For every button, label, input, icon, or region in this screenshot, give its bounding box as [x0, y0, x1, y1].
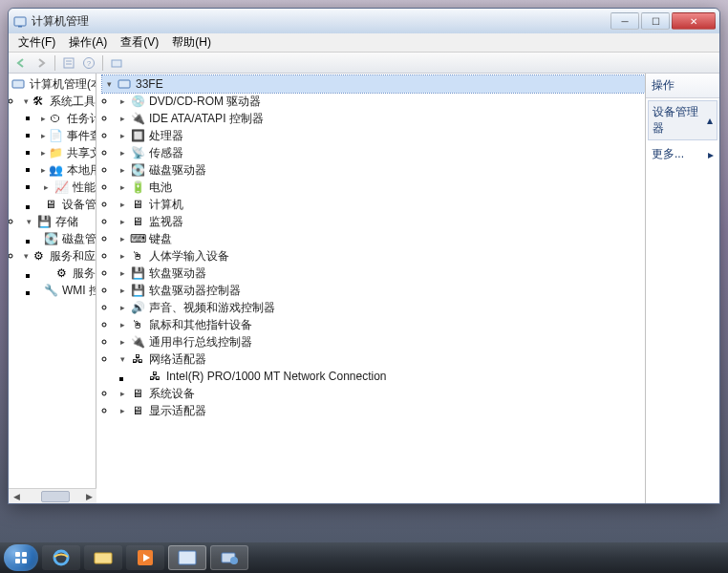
collapse-icon[interactable]: ▾ [24, 96, 29, 107]
device-display[interactable]: ▸🖥显示适配器 [116, 402, 645, 419]
tree-services[interactable]: ⚙服务 [39, 265, 96, 282]
device-label: 监视器 [147, 214, 183, 230]
titlebar[interactable]: 计算机管理 ─ ☐ ✕ [9, 9, 719, 33]
device-system[interactable]: ▸🖥系统设备 [116, 385, 645, 402]
tree-storage[interactable]: ▾ 💾 存储 [22, 213, 96, 230]
device-tree-pane[interactable]: ▾ 33FE ▸💿DVD/CD-ROM 驱动器 ▸🔌IDE ATA/ATAPI … [96, 74, 645, 503]
tree-services-apps[interactable]: ▾ ⚙ 服务和应用程 [22, 247, 96, 265]
scroll-right-icon[interactable]: ▶ [81, 490, 96, 503]
expand-icon[interactable]: ▸ [41, 131, 46, 141]
expand-icon[interactable]: ▸ [118, 251, 128, 262]
expand-icon[interactable]: ▸ [118, 96, 128, 107]
device-usb[interactable]: ▸🔌通用串行总线控制器 [116, 333, 645, 350]
expand-icon[interactable]: ▸ [118, 320, 128, 330]
taskbar-media-icon[interactable] [126, 545, 164, 570]
horizontal-scrollbar[interactable]: ◀ ▶ [9, 488, 96, 503]
properties-icon[interactable] [60, 54, 77, 72]
tree-local-users[interactable]: ▸👥本地用户和 [39, 161, 96, 179]
expand-icon[interactable]: ▸ [118, 148, 128, 159]
expand-icon[interactable]: ▸ [118, 303, 128, 313]
expand-icon[interactable]: ▸ [41, 165, 46, 176]
tree-event-viewer[interactable]: ▸📄事件查看器 [39, 127, 96, 144]
actions-section[interactable]: 设备管理器 ▴ [648, 100, 717, 140]
scroll-left-icon[interactable]: ◀ [9, 490, 24, 503]
device-battery[interactable]: ▸🔋电池 [116, 179, 645, 196]
tree-root-computer-mgmt[interactable]: 计算机管理(本 [9, 75, 96, 93]
device-disk-drives[interactable]: ▸💽磁盘驱动器 [116, 161, 645, 179]
expand-icon[interactable]: ▸ [118, 165, 128, 176]
device-label: DVD/CD-ROM 驱动器 [147, 94, 261, 110]
svg-point-10 [12, 549, 30, 566]
scan-hardware-icon[interactable] [108, 54, 125, 72]
device-mouse[interactable]: ▸🖱鼠标和其他指针设备 [116, 316, 645, 333]
expand-icon[interactable]: ▸ [41, 114, 46, 124]
taskbar[interactable] [0, 542, 728, 573]
tree-task-scheduler[interactable]: ▸⏲任务计划程 [39, 110, 96, 127]
device-hid[interactable]: ▸🖱人体学输入设备 [116, 247, 645, 265]
back-icon[interactable] [12, 54, 30, 72]
forward-icon[interactable] [32, 54, 50, 72]
expand-icon[interactable]: ▸ [118, 131, 128, 141]
maximize-button[interactable]: ☐ [641, 12, 670, 30]
tree-shared-folders[interactable]: ▸📁共享文件夹 [39, 144, 96, 161]
expand-icon[interactable]: ▸ [118, 406, 128, 416]
scroll-thumb[interactable] [41, 491, 70, 502]
keyboard-icon: ⌨ [130, 231, 145, 246]
menu-file[interactable]: 文件(F) [12, 32, 61, 53]
help-icon[interactable]: ? [80, 54, 97, 72]
collapse-icon[interactable]: ▾ [24, 217, 34, 227]
tree-performance[interactable]: ▸📈性能 [39, 179, 96, 196]
collapse-icon[interactable]: ▾ [104, 79, 115, 90]
expand-icon[interactable]: ▸ [118, 337, 128, 348]
expand-icon[interactable]: ▸ [118, 268, 128, 279]
minimize-button[interactable]: ─ [610, 12, 639, 30]
tree-wmi[interactable]: 🔧WMI 控件 [39, 282, 96, 299]
expand-icon[interactable]: ▸ [118, 182, 128, 193]
menu-help[interactable]: 帮助(H) [166, 32, 217, 53]
monitor-icon: 🖥 [130, 214, 145, 229]
storage-icon: 💾 [36, 214, 52, 229]
collapse-icon[interactable]: ▾ [24, 251, 29, 262]
device-root[interactable]: ▾ 33FE [102, 75, 645, 93]
device-floppy-controller[interactable]: ▸💾软盘驱动器控制器 [116, 282, 645, 299]
services-icon: ⚙ [31, 248, 46, 264]
menu-view[interactable]: 查看(V) [115, 32, 164, 53]
expand-icon[interactable]: ▸ [118, 234, 128, 244]
device-label: 软盘驱动器 [147, 265, 206, 282]
device-cpu[interactable]: ▸🔲处理器 [116, 127, 645, 144]
expand-icon[interactable]: ▸ [118, 389, 128, 399]
device-monitor[interactable]: ▸🖥监视器 [116, 213, 645, 230]
device-network-adapter[interactable]: 🖧Intel(R) PRO/1000 MT Network Connection [133, 368, 645, 385]
taskbar-app2-icon[interactable] [210, 545, 248, 570]
left-tree-pane[interactable]: 计算机管理(本 ▾ 🛠 系统工具 ▸⏲任务计划程 ▸📄事件查看器 [9, 74, 96, 503]
device-sensors[interactable]: ▸📡传感器 [116, 144, 645, 161]
clock-icon: ⏲ [48, 111, 63, 126]
device-floppy[interactable]: ▸💾软盘驱动器 [116, 265, 645, 282]
device-network[interactable]: ▾🖧网络适配器 [116, 350, 645, 368]
device-dvd[interactable]: ▸💿DVD/CD-ROM 驱动器 [116, 93, 645, 110]
device-sound[interactable]: ▸🔊声音、视频和游戏控制器 [116, 299, 645, 316]
expand-icon[interactable]: ▸ [118, 286, 128, 296]
expand-icon[interactable]: ▸ [118, 200, 128, 210]
device-computer[interactable]: ▸🖥计算机 [116, 196, 645, 213]
expand-icon[interactable]: ▸ [41, 148, 46, 159]
tree-device-manager[interactable]: 🖥设备管理器 [39, 196, 96, 213]
tree-system-tools[interactable]: ▾ 🛠 系统工具 [22, 93, 96, 110]
taskbar-app1-icon[interactable] [168, 545, 206, 570]
taskbar-ie-icon[interactable] [42, 545, 80, 570]
tree-label: 本地用户和 [65, 162, 96, 179]
start-button[interactable] [4, 544, 38, 571]
actions-more[interactable]: 更多... ▸ [646, 142, 719, 166]
expand-icon[interactable]: ▸ [118, 114, 128, 124]
computer-icon [117, 76, 132, 92]
device-ide[interactable]: ▸🔌IDE ATA/ATAPI 控制器 [116, 110, 645, 127]
expand-icon[interactable]: ▸ [41, 182, 52, 193]
device-keyboard[interactable]: ▸⌨键盘 [116, 230, 645, 247]
collapse-icon[interactable]: ▾ [118, 354, 128, 365]
toolbar: ? [9, 53, 719, 74]
expand-icon[interactable]: ▸ [118, 217, 128, 227]
taskbar-explorer-icon[interactable] [84, 545, 122, 570]
menu-action[interactable]: 操作(A) [63, 32, 113, 53]
close-button[interactable]: ✕ [672, 12, 716, 30]
tree-disk-mgmt[interactable]: 💽磁盘管理 [39, 230, 96, 247]
